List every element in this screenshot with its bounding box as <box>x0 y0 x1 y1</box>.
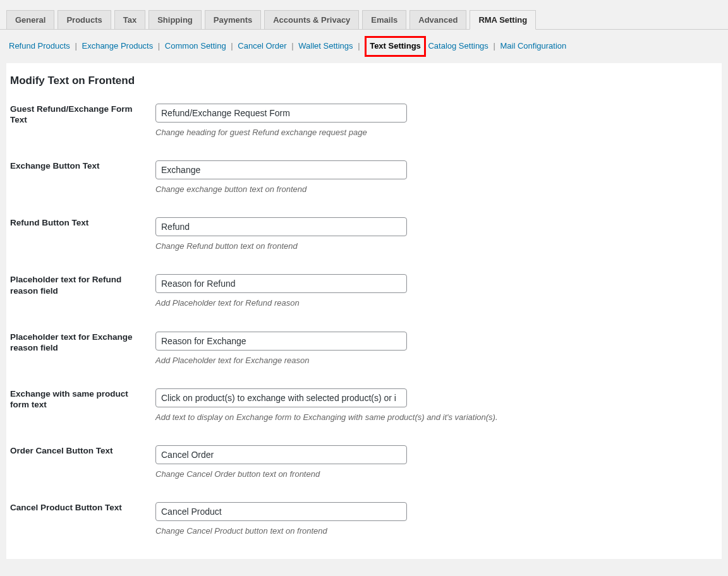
desc-cancel-product: Change Cancel Product button text on fro… <box>155 525 712 537</box>
input-refund-btn[interactable] <box>155 217 407 236</box>
desc-exchange-btn: Change exchange button text on frontend <box>155 184 712 195</box>
input-exchange-btn[interactable] <box>155 160 407 179</box>
label-exchange-same: Exchange with same product form text <box>10 376 155 433</box>
label-exchange-btn: Exchange Button Text <box>10 148 155 205</box>
sub-navigation: Refund Products | Exchange Products | Co… <box>0 30 728 63</box>
save-area: Save changes <box>0 559 728 576</box>
input-guest-form[interactable] <box>155 104 407 123</box>
tab-shipping[interactable]: Shipping <box>149 10 202 30</box>
text-settings-highlight: Text Settings <box>365 36 426 57</box>
desc-exchange-same: Add text to display on Exchange form to … <box>155 412 712 423</box>
subnav-text-settings[interactable]: Text Settings <box>370 41 421 51</box>
input-refund-placeholder[interactable] <box>155 274 407 293</box>
label-refund-btn: Refund Button Text <box>10 205 155 261</box>
input-order-cancel[interactable] <box>155 445 407 464</box>
input-cancel-product[interactable] <box>155 502 407 521</box>
subnav-cancel-order[interactable]: Cancel Order <box>238 41 286 51</box>
tab-general[interactable]: General <box>6 10 54 30</box>
tab-emails[interactable]: Emails <box>362 10 406 30</box>
desc-refund-placeholder: Add Placeholder text for Refund reason <box>155 297 712 309</box>
desc-refund-btn: Change Refund button text on frontend <box>155 241 712 252</box>
tab-payments[interactable]: Payments <box>205 10 261 30</box>
tab-accounts[interactable]: Accounts & Privacy <box>264 10 359 30</box>
input-exchange-placeholder[interactable] <box>155 332 407 351</box>
content-panel: Modify Text on Frontend Guest Refund/Exc… <box>6 63 722 560</box>
tab-tax[interactable]: Tax <box>114 10 145 30</box>
subnav-mail-configuration[interactable]: Mail Configuration <box>500 41 567 51</box>
tab-products[interactable]: Products <box>58 10 111 30</box>
page-title: Modify Text on Frontend <box>10 69 718 91</box>
desc-exchange-placeholder: Add Placeholder text for Exchange reason <box>155 355 712 366</box>
input-exchange-same[interactable] <box>155 388 407 407</box>
desc-guest-form: Change heading for guest Refund exchange… <box>155 127 712 138</box>
label-cancel-product: Cancel Product Button Text <box>10 489 155 546</box>
main-tabs: General Products Tax Shipping Payments A… <box>0 0 728 30</box>
label-refund-placeholder: Placeholder text for Refund reason field <box>10 261 155 318</box>
label-exchange-placeholder: Placeholder text for Exchange reason fie… <box>10 319 155 376</box>
subnav-refund-products[interactable]: Refund Products <box>9 41 70 51</box>
settings-form-table: Guest Refund/Exchange Form Text Change h… <box>10 91 718 547</box>
label-guest-form: Guest Refund/Exchange Form Text <box>10 91 155 148</box>
tab-advanced[interactable]: Advanced <box>410 10 466 30</box>
subnav-common-setting[interactable]: Common Setting <box>165 41 226 51</box>
label-order-cancel: Order Cancel Button Text <box>10 433 155 489</box>
desc-order-cancel: Change Cancel Order button text on front… <box>155 469 712 480</box>
tab-rma-setting[interactable]: RMA Setting <box>470 10 536 30</box>
subnav-exchange-products[interactable]: Exchange Products <box>82 41 153 51</box>
subnav-wallet-settings[interactable]: Wallet Settings <box>298 41 353 51</box>
subnav-catalog-settings[interactable]: Catalog Settings <box>428 41 488 51</box>
